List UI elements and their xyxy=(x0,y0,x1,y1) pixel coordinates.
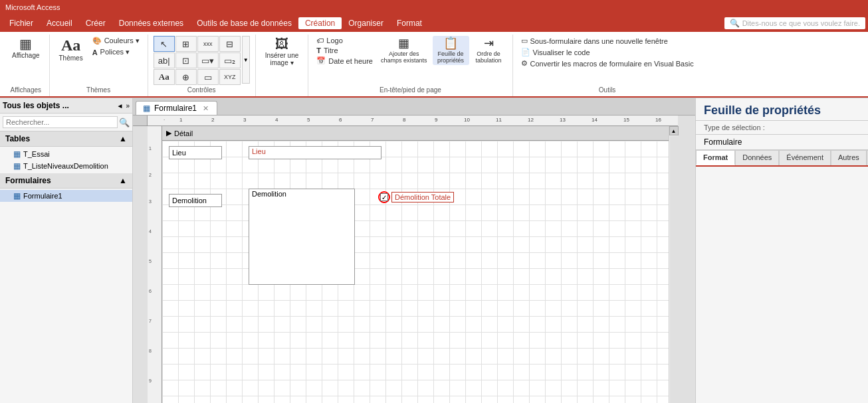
logo-icon: 🏷 xyxy=(316,37,324,44)
formulaire1-item[interactable]: ▦ Formulaire1 xyxy=(0,190,132,202)
ctrl-xyz[interactable]: XYZ xyxy=(219,69,241,85)
menu-creation[interactable]: Création xyxy=(298,17,342,29)
image-icon: 🖼 xyxy=(275,37,288,50)
champs-icon: ▦ xyxy=(398,37,409,49)
form-grid-area[interactable]: Lieu Lieu Demolition Demolition xyxy=(162,141,678,403)
ctrl-combo[interactable]: ▭▾ xyxy=(197,52,219,68)
search-icon[interactable]: 🔍 xyxy=(119,118,130,127)
btn-themes[interactable]: Aa Thèmes xyxy=(55,36,87,63)
feuille-icon: 📋 xyxy=(443,37,458,49)
form-section-header: ▶ Détail xyxy=(162,126,678,141)
demolition-label-control[interactable]: Demolition xyxy=(169,194,222,207)
type-selection-label: Type de sélection : xyxy=(704,123,765,131)
selection-type: Formulaire xyxy=(704,137,742,147)
btn-polices-label: Polices ▾ xyxy=(100,48,130,56)
ctrl-hyperlink[interactable]: ⊕ xyxy=(175,69,197,85)
tab-autres[interactable]: Autres xyxy=(831,150,867,165)
polices-icon: A xyxy=(92,48,98,56)
ctrl-tab[interactable]: ⊡ xyxy=(175,52,197,68)
formulaires-label: Formulaires xyxy=(5,176,51,185)
menu-accueil[interactable]: Accueil xyxy=(40,17,79,29)
menu-donnees[interactable]: Données externes xyxy=(112,17,190,29)
menu-organiser[interactable]: Organiser xyxy=(342,17,390,29)
properties-title: Feuille de propriétés xyxy=(696,98,868,121)
left-panel-header: Tous les objets ... ◄ » xyxy=(0,98,132,114)
date-icon: 📅 xyxy=(316,56,326,65)
section-formulaires-header[interactable]: Formulaires ▲ xyxy=(0,173,132,189)
ruler-horizontal: · 1 2 3 4 5 6 7 8 9 10 11 12 xyxy=(148,116,678,126)
form-design-area[interactable]: · 1 2 3 4 5 6 7 8 9 10 11 12 xyxy=(133,116,695,403)
ctrl-label[interactable]: Aa xyxy=(154,69,175,85)
ribbon-group-controles: ↖ ab| Aa ⊞ ⊡ ⊕ xxx ▭▾ ▭ ⊟ ▭₂ XYZ ▼ Contr… xyxy=(148,35,256,96)
code-icon: 📄 xyxy=(521,48,530,56)
menu-format[interactable]: Format xyxy=(390,17,429,29)
ctrl-subform[interactable]: ▭₂ xyxy=(219,52,241,68)
btn-convertir-macros[interactable]: ⚙ Convertir les macros de formulaire en … xyxy=(518,58,697,68)
btn-ordre-tabulation[interactable]: ⇥ Ordre detabulation xyxy=(471,36,507,65)
panel-menu-icon[interactable]: » xyxy=(126,102,130,110)
ribbon-group-image: 🖼 Insérer uneimage ▾ xyxy=(256,35,309,96)
macros-icon: ⚙ xyxy=(521,59,528,68)
search-icon: 🔍 xyxy=(730,19,740,28)
scroll-up-btn[interactable]: ▲ xyxy=(669,126,679,135)
panel-collapse-icon[interactable]: ◄ xyxy=(117,102,124,110)
demolition-totale-container[interactable]: ✓ Démolition Totale xyxy=(378,191,454,203)
checkbox-highlight: ✓ xyxy=(378,191,390,203)
title-bar: Microsoft Access xyxy=(0,0,868,15)
btn-titre[interactable]: T Titre xyxy=(314,46,376,55)
sous-formulaire-icon: ▭ xyxy=(521,37,528,45)
btn-feuille-proprietes[interactable]: 📋 Feuille depropriétés xyxy=(433,36,469,65)
couleurs-icon: 🎨 xyxy=(92,37,102,45)
btn-insert-image[interactable]: 🖼 Insérer uneimage ▾ xyxy=(261,36,303,68)
ctrl-textbox[interactable]: ab| xyxy=(154,52,175,68)
menu-outils[interactable]: Outils de base de données xyxy=(190,17,298,29)
properties-subtitle: Type de sélection : xyxy=(696,121,868,135)
ctrl-list[interactable]: ▭ xyxy=(197,69,219,85)
grid-background xyxy=(162,141,678,403)
formulaires-expand-icon: ▲ xyxy=(119,176,127,185)
demolition-checkbox[interactable]: ✓ xyxy=(380,193,388,201)
btn-couleurs[interactable]: 🎨 Couleurs ▾ xyxy=(90,36,142,46)
ribbon-group-outils: ▭ Sous-formulaire dans une nouvelle fenê… xyxy=(513,35,702,96)
table-liste-niveaux[interactable]: ▦ T_ListeNiveauxDemolition xyxy=(0,160,132,172)
btn-sous-formulaire[interactable]: ▭ Sous-formulaire dans une nouvelle fenê… xyxy=(518,36,697,46)
right-panel: Feuille de propriétés Type de sélection … xyxy=(695,98,868,403)
formulaire1-tab[interactable]: ▦ Formulaire1 ✕ xyxy=(136,101,217,115)
section-tables-header[interactable]: Tables ▲ xyxy=(0,131,132,147)
menu-fichier[interactable]: Fichier xyxy=(3,17,40,29)
scroll-bar-v[interactable]: ▲ ▼ xyxy=(669,126,678,403)
app-title: Microsoft Access xyxy=(5,3,60,11)
ordre-icon: ⇥ xyxy=(484,37,494,49)
group-themes-label: Thèmes xyxy=(86,85,110,95)
btn-logo[interactable]: 🏷 Logo xyxy=(314,36,376,45)
lieu-label-control[interactable]: Lieu xyxy=(169,146,222,159)
search-input[interactable] xyxy=(3,116,118,128)
ruler-corner xyxy=(133,116,148,126)
lieu-textbox[interactable]: Lieu xyxy=(249,146,381,159)
ctrl-button[interactable]: ⊞ xyxy=(175,36,197,52)
menu-creer[interactable]: Créer xyxy=(79,17,112,29)
group-controles-label: Contrôles xyxy=(187,85,216,95)
formulaire1-label: Formulaire1 xyxy=(23,192,62,200)
tab-close-btn[interactable]: ✕ xyxy=(201,104,210,113)
tables-expand-icon: ▲ xyxy=(119,134,127,143)
btn-champs[interactable]: ▦ Ajouter deschamps existants xyxy=(377,36,431,65)
btn-couleurs-label: Couleurs ▾ xyxy=(104,37,140,45)
ctrl-cursor[interactable]: ↖ xyxy=(154,36,175,52)
tab-label: Formulaire1 xyxy=(154,104,197,113)
table-essai[interactable]: ▦ T_Essai xyxy=(0,148,132,160)
tab-format[interactable]: Format xyxy=(696,150,735,165)
ctrl-image[interactable]: ⊟ xyxy=(219,36,241,52)
tab-evenement[interactable]: Événement xyxy=(779,150,831,165)
group-affichages-label: Affichages xyxy=(11,85,42,95)
btn-affichage[interactable]: ▦ Affichage xyxy=(8,36,44,60)
controls-dropdown[interactable]: ▼ xyxy=(242,36,250,84)
table-icon-essai: ▦ xyxy=(13,149,21,159)
tab-donnees[interactable]: Données xyxy=(735,150,779,165)
properties-content xyxy=(696,167,868,403)
btn-date-heure[interactable]: 📅 Date et heure xyxy=(314,56,376,66)
btn-visualiser-code[interactable]: 📄 Visualiser le code xyxy=(518,47,697,57)
demolition-textbox[interactable]: Demolition xyxy=(249,189,355,285)
ctrl-group[interactable]: xxx xyxy=(197,36,219,52)
btn-polices[interactable]: A Polices ▾ xyxy=(90,47,142,57)
